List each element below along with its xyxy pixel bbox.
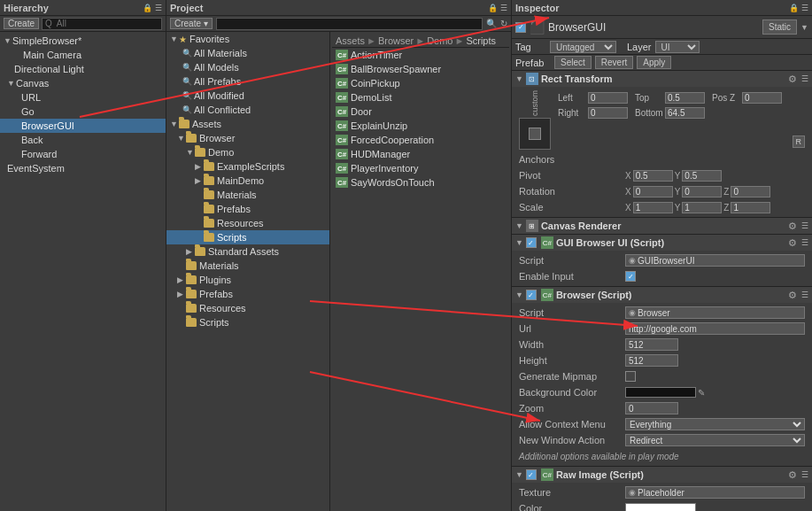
gui-browser-ui-settings-icon[interactable]: ⚙ <box>788 237 797 249</box>
hierarchy-search-input[interactable] <box>42 18 162 30</box>
scale-z-input[interactable] <box>731 202 770 213</box>
create-button[interactable]: Create <box>4 18 39 29</box>
script-action-timer[interactable]: C# ActionTimer <box>332 48 509 62</box>
main-demo-folder[interactable]: ▶ MainDemo <box>166 174 329 188</box>
gui-browser-ui-menu-icon[interactable]: ☰ <box>801 238 808 247</box>
script-demo-list[interactable]: C# DemoList <box>332 90 509 105</box>
script-hud-manager[interactable]: C# HUDManager <box>332 147 509 161</box>
browser-script-header[interactable]: ▼ ✓ C# Browser (Script) ⚙ ☰ <box>512 287 812 303</box>
width-input[interactable] <box>625 338 678 351</box>
materials-top-folder[interactable]: Materials <box>166 259 329 273</box>
color-swatch-raw[interactable] <box>625 503 696 511</box>
scale-x-input[interactable] <box>633 202 673 213</box>
scale-y-input[interactable] <box>682 202 722 213</box>
favorites-all-prefabs[interactable]: 🔍 All Prefabs <box>166 74 329 89</box>
posz-input[interactable] <box>742 92 782 104</box>
canvas-renderer-settings-icon[interactable]: ⚙ <box>788 221 797 232</box>
create-assets-button[interactable]: Create ▾ <box>170 18 213 29</box>
bg-color-swatch[interactable] <box>625 387 696 398</box>
prefabs-top-folder[interactable]: ▶ Prefabs <box>166 287 329 301</box>
select-button[interactable]: Select <box>554 56 592 69</box>
script-player-inventory[interactable]: C# PlayerInventory <box>332 161 509 175</box>
scripts-top-folder[interactable]: Scripts <box>166 315 329 329</box>
favorites-all-models[interactable]: 🔍 All Models <box>166 60 329 74</box>
tag-dropdown[interactable]: Untagged <box>550 41 616 53</box>
rot-x-input[interactable] <box>633 186 673 197</box>
hierarchy-item-main-camera[interactable]: Main Camera <box>0 48 166 62</box>
project-refresh-icon[interactable]: ↻ <box>500 19 507 28</box>
gui-browser-ui-header[interactable]: ▼ ✓ C# GUI Browser UI (Script) ⚙ ☰ <box>512 235 812 251</box>
resources-top-folder[interactable]: Resources <box>166 301 329 315</box>
pivot-y-input[interactable] <box>682 170 722 182</box>
raw-image-settings-icon[interactable]: ⚙ <box>788 469 797 481</box>
breadcrumb-browser[interactable]: Browser <box>378 35 414 46</box>
pivot-x-input[interactable] <box>633 170 673 182</box>
rect-transform-menu-icon[interactable]: ☰ <box>801 74 808 83</box>
script-say-words-on-touch[interactable]: C# SayWordsOnTouch <box>332 175 509 190</box>
url-input[interactable] <box>625 322 805 335</box>
color-picker-icon[interactable]: ✎ <box>698 388 705 398</box>
hierarchy-lock-icon[interactable]: 🔒 <box>143 4 152 12</box>
rect-transform-header[interactable]: ▼ ⊡ Rect Transform ⚙ ☰ <box>512 71 812 87</box>
apply-button[interactable]: Apply <box>637 56 671 69</box>
example-scripts-folder[interactable]: ▶ ExampleScripts <box>166 159 329 174</box>
height-input[interactable] <box>625 354 678 367</box>
script-forced-cooperation[interactable]: C# ForcedCooperation <box>332 133 509 147</box>
script-door[interactable]: C# Door <box>332 105 509 119</box>
texture-ref[interactable]: ◉ Placeholder <box>625 486 805 499</box>
canvas-renderer-menu-icon[interactable]: ☰ <box>801 221 808 230</box>
breadcrumb-assets[interactable]: Assets <box>336 35 365 46</box>
hierarchy-item-browser-gui[interactable]: BrowserGUI <box>0 119 166 133</box>
gui-browser-ui-enabled[interactable]: ✓ <box>526 237 537 248</box>
raw-image-header[interactable]: ▼ ✓ C# Raw Image (Script) ⚙ ☰ <box>512 467 812 483</box>
hierarchy-item-simple-browser[interactable]: ▼ SimpleBrowser* <box>0 34 166 48</box>
assets-root[interactable]: ▼ Assets <box>166 117 329 131</box>
breadcrumb-scripts[interactable]: Scripts <box>466 35 496 46</box>
left-input[interactable] <box>588 92 628 104</box>
raw-image-menu-icon[interactable]: ☰ <box>801 470 808 479</box>
canvas-renderer-header[interactable]: ▼ ⊞ Canvas Renderer ⚙ ☰ <box>512 218 812 234</box>
scripts-sub-folder[interactable]: Scripts <box>166 230 329 244</box>
favorites-folder[interactable]: ▼ ★ Favorites <box>166 32 329 46</box>
assets-demo-folder[interactable]: ▼ Demo <box>166 145 329 159</box>
rot-y-input[interactable] <box>682 186 722 197</box>
right-input[interactable] <box>588 107 628 119</box>
breadcrumb-demo[interactable]: Demo <box>427 35 452 46</box>
zoom-input[interactable] <box>625 402 678 414</box>
project-menu-icon[interactable]: ☰ <box>500 4 507 12</box>
script-coin-pickup[interactable]: C# CoinPickup <box>332 76 509 90</box>
anchor-thumbnail[interactable] <box>519 118 551 150</box>
top-input[interactable] <box>665 92 705 104</box>
project-search-input[interactable] <box>216 18 483 30</box>
plugins-folder[interactable]: ▶ Plugins <box>166 273 329 287</box>
favorites-all-conflicted[interactable]: 🔍 All Conflicted <box>166 103 329 117</box>
gui-script-ref[interactable]: ◉ GUIBrowserUI <box>625 254 805 267</box>
bottom-input[interactable] <box>665 107 705 119</box>
r-button[interactable]: R <box>793 135 806 148</box>
hierarchy-item-go[interactable]: Go <box>0 105 166 119</box>
hierarchy-menu-icon[interactable]: ☰ <box>155 4 162 12</box>
hierarchy-item-back[interactable]: Back <box>0 133 166 147</box>
hierarchy-item-url[interactable]: URL <box>0 90 166 105</box>
inspector-lock-icon[interactable]: 🔒 <box>789 4 799 12</box>
gen-mipmap-checkbox[interactable] <box>625 371 636 382</box>
script-ball-browser-spawner[interactable]: C# BallBrowserSpawner <box>332 62 509 76</box>
hierarchy-item-forward[interactable]: Forward <box>0 147 166 161</box>
assets-browser-folder[interactable]: ▼ Browser <box>166 131 329 145</box>
rect-transform-settings-icon[interactable]: ⚙ <box>788 74 797 85</box>
new-window-dropdown[interactable]: Redirect <box>625 434 805 446</box>
favorites-all-modified[interactable]: 🔍 All Modified <box>166 89 329 103</box>
prefabs-sub-folder[interactable]: Prefabs <box>166 202 329 216</box>
inspector-menu-icon[interactable]: ☰ <box>801 4 808 12</box>
revert-button[interactable]: Revert <box>595 56 633 69</box>
script-explain-unzip[interactable]: C# ExplainUnzip <box>332 119 509 133</box>
hierarchy-item-canvas[interactable]: ▼ Canvas <box>0 76 166 90</box>
hierarchy-item-directional-light[interactable]: Directional Light <box>0 62 166 76</box>
layer-dropdown[interactable]: UI <box>655 41 700 53</box>
browser-script-settings-icon[interactable]: ⚙ <box>788 290 797 301</box>
resources-sub-folder[interactable]: Resources <box>166 216 329 230</box>
materials-sub-folder[interactable]: Materials <box>166 188 329 202</box>
static-dropdown-arrow[interactable]: ▼ <box>800 23 808 32</box>
object-enabled-checkbox[interactable]: ✓ <box>515 22 526 33</box>
browser-script-menu-icon[interactable]: ☰ <box>801 290 808 299</box>
